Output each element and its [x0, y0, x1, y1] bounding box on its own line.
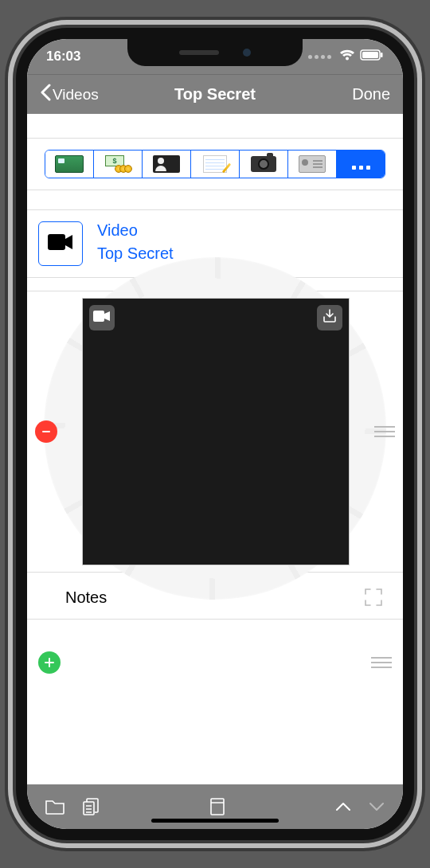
- home-indicator[interactable]: [151, 819, 279, 823]
- svg-rect-7: [211, 799, 224, 815]
- add-attachment-button[interactable]: [38, 651, 61, 674]
- video-camera-icon: [47, 233, 74, 254]
- nav-bar: Videos Top Secret Done: [27, 74, 403, 114]
- category-camera[interactable]: [240, 151, 288, 178]
- done-button[interactable]: Done: [352, 85, 390, 104]
- battery-icon: [360, 49, 384, 65]
- item-header: Video Top Secret: [27, 210, 403, 277]
- svg-rect-1: [362, 52, 378, 58]
- svg-rect-4: [42, 431, 50, 432]
- wifi-icon: [339, 49, 355, 65]
- video-preview[interactable]: [82, 298, 350, 565]
- category-notepad[interactable]: [191, 151, 240, 178]
- cell-signal-icon: [308, 55, 331, 59]
- svg-rect-2: [381, 53, 383, 57]
- copy-button[interactable]: [81, 797, 100, 816]
- document-button[interactable]: [209, 797, 225, 816]
- video-type-chip: [89, 305, 115, 330]
- reorder-handle[interactable]: [374, 426, 395, 437]
- chevron-left-icon: [40, 84, 51, 105]
- next-button[interactable]: [368, 801, 385, 812]
- svg-rect-3: [48, 234, 65, 250]
- category-profile[interactable]: [143, 151, 191, 178]
- status-time: 16:03: [46, 49, 80, 65]
- item-title[interactable]: Top Secret: [97, 244, 174, 263]
- download-video-button[interactable]: [317, 305, 342, 330]
- reorder-handle[interactable]: [371, 657, 392, 668]
- item-type-label[interactable]: Video: [97, 221, 174, 240]
- item-type-icon-box[interactable]: [38, 221, 83, 266]
- category-more[interactable]: [337, 151, 385, 178]
- notes-label[interactable]: Notes: [65, 588, 107, 607]
- category-selector: [27, 139, 403, 190]
- category-id-card[interactable]: [288, 151, 337, 178]
- category-credit-card[interactable]: [45, 151, 94, 178]
- folder-button[interactable]: [45, 798, 65, 815]
- back-button[interactable]: Videos: [40, 84, 99, 105]
- expand-icon[interactable]: [363, 587, 384, 608]
- category-money[interactable]: [94, 151, 143, 178]
- video-camera-icon: [93, 311, 111, 325]
- back-label: Videos: [53, 86, 99, 104]
- delete-attachment-button[interactable]: [35, 420, 57, 443]
- download-icon: [322, 308, 338, 327]
- svg-rect-5: [93, 311, 104, 322]
- prev-button[interactable]: [334, 801, 352, 812]
